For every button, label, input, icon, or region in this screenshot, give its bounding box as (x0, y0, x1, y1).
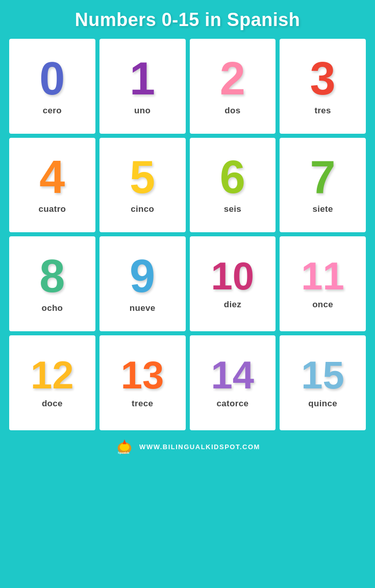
number-display-5: 5 (130, 154, 155, 200)
number-display-1: 1 (130, 56, 155, 102)
word-label-1: uno (134, 106, 151, 116)
number-display-12: 12 (31, 356, 74, 395)
word-label-13: trece (132, 399, 153, 409)
word-label-9: nueve (130, 303, 156, 313)
word-label-0: cero (43, 106, 62, 116)
word-label-2: dos (224, 106, 240, 116)
number-display-14: 14 (211, 356, 255, 395)
word-label-3: tres (314, 106, 331, 116)
word-label-6: seis (224, 204, 241, 214)
footer: Spanish WWW.BILINGUALKIDSPOT.COM (9, 435, 366, 459)
number-card-3: 3tres (280, 39, 366, 134)
svg-point-1 (120, 443, 130, 451)
word-label-4: cuatro (38, 204, 66, 214)
word-label-14: catorce (217, 399, 249, 409)
footer-url: WWW.BILINGUALKIDSPOT.COM (139, 443, 260, 451)
number-card-6: 6seis (190, 138, 276, 233)
number-display-13: 13 (121, 356, 164, 395)
number-card-2: 2dos (190, 39, 276, 134)
number-display-9: 9 (130, 253, 155, 299)
word-label-15: quince (308, 399, 337, 409)
number-display-8: 8 (39, 253, 65, 299)
number-card-4: 4cuatro (9, 138, 95, 233)
number-display-11: 11 (301, 257, 344, 296)
word-label-11: once (312, 300, 333, 310)
number-display-7: 7 (310, 154, 336, 200)
number-display-2: 2 (220, 56, 245, 102)
number-card-1: 1uno (99, 39, 186, 134)
brand-logo: Spanish (115, 437, 134, 457)
numbers-grid: 0cero1uno2dos3tres4cuatro5cinco6seis7sie… (9, 39, 366, 430)
word-label-10: diez (224, 300, 241, 310)
word-label-12: doce (42, 399, 63, 409)
number-card-15: 15quince (280, 335, 366, 430)
page-title: Numbers 0-15 in Spanish (75, 9, 301, 31)
number-card-10: 10diez (190, 236, 276, 331)
number-display-15: 15 (301, 356, 344, 395)
number-card-12: 12doce (9, 335, 95, 430)
number-display-3: 3 (310, 56, 336, 102)
number-display-0: 0 (39, 56, 65, 102)
svg-marker-2 (122, 439, 127, 444)
number-card-13: 13trece (99, 335, 186, 430)
word-label-7: siete (313, 204, 333, 214)
word-label-8: ocho (41, 303, 63, 313)
number-card-5: 5cinco (99, 138, 186, 233)
number-display-10: 10 (211, 257, 255, 296)
number-card-7: 7siete (280, 138, 366, 233)
number-display-6: 6 (220, 154, 245, 200)
number-display-4: 4 (39, 154, 65, 200)
number-card-0: 0cero (9, 39, 95, 134)
word-label-5: cinco (131, 204, 154, 214)
number-card-14: 14catorce (190, 335, 276, 430)
number-card-9: 9nueve (99, 236, 186, 331)
number-card-11: 11once (280, 236, 366, 331)
number-card-8: 8ocho (9, 236, 95, 331)
svg-text:Spanish: Spanish (118, 451, 130, 454)
